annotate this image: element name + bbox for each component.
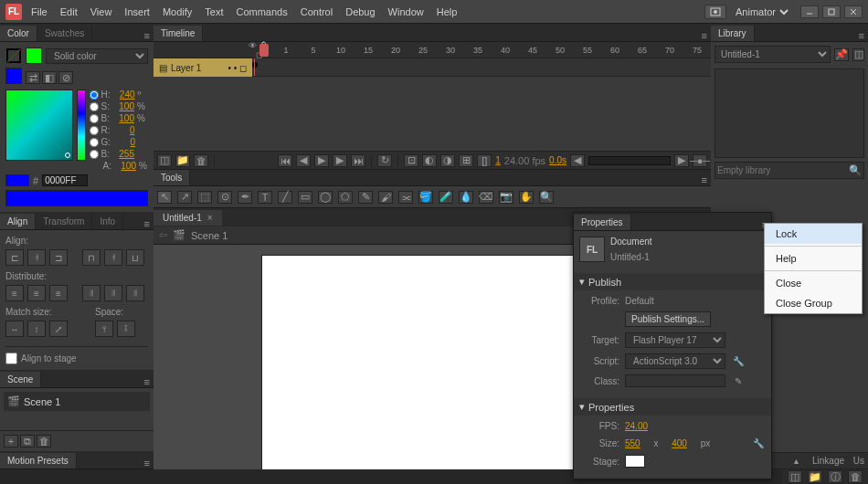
current-frame[interactable]: 1 [495, 155, 501, 165]
library-doc-select[interactable]: Untitled-1 [715, 46, 831, 63]
fill-type-select[interactable]: Solid color [46, 48, 148, 64]
color-panel-menu-icon[interactable]: ≡ [141, 30, 153, 41]
scene-panel-menu-icon[interactable]: ≡ [141, 376, 153, 387]
menu-text[interactable]: Text [205, 6, 223, 17]
size-settings-icon[interactable]: 🔧 [751, 437, 766, 449]
oval-tool-icon[interactable]: ◯ [318, 191, 333, 204]
subselection-tool-icon[interactable]: ↗ [177, 191, 192, 204]
play-icon[interactable]: ▶ [314, 154, 329, 167]
onion-skin-icon[interactable]: ◐ [422, 154, 437, 167]
align-bottom-icon[interactable]: ⊔ [126, 249, 144, 266]
motion-panel-menu-icon[interactable]: ≡ [141, 458, 153, 468]
tab-swatches[interactable]: Swatches [37, 26, 92, 41]
center-frame-icon[interactable]: ⊡ [404, 154, 418, 167]
loop-icon[interactable]: ↻ [377, 154, 392, 167]
radio-g[interactable] [90, 138, 99, 147]
class-input[interactable] [625, 374, 725, 387]
edit-multi-icon[interactable]: ⊞ [459, 154, 473, 167]
maximize-button[interactable] [822, 5, 841, 18]
tab-align[interactable]: Align [0, 214, 36, 229]
scroll-left-icon[interactable]: ◀ [570, 154, 585, 167]
fill-color-chip[interactable] [26, 47, 42, 64]
menu-help[interactable]: Help [437, 6, 458, 17]
value-a[interactable]: 100 [114, 161, 136, 171]
library-search-input[interactable] [717, 165, 849, 175]
eyedropper-tool-icon[interactable]: 💧 [459, 191, 473, 204]
document-tab[interactable]: Untitled-1 × [153, 210, 222, 226]
height-value[interactable]: 400 [672, 438, 687, 448]
dist-bottom-icon[interactable]: ≡ [49, 285, 68, 301]
dist-right-icon[interactable]: ⫴ [126, 285, 144, 301]
properties-lib-icon[interactable]: ⓘ [828, 470, 842, 483]
ctx-close[interactable]: Close [765, 273, 862, 293]
dist-top-icon[interactable]: ≡ [5, 285, 24, 301]
delete-lib-icon[interactable]: 🗑 [848, 470, 863, 483]
lasso-tool-icon[interactable]: ⊙ [217, 191, 232, 204]
menu-view[interactable]: View [90, 6, 112, 17]
align-to-stage-checkbox[interactable] [5, 352, 17, 364]
camera-tool-icon[interactable]: 📷 [499, 191, 513, 204]
menu-file[interactable]: File [31, 6, 48, 17]
align-left-icon[interactable]: ⊏ [5, 249, 24, 266]
free-transform-tool-icon[interactable]: ⬚ [197, 191, 212, 204]
no-color-icon[interactable]: ⊘ [58, 71, 73, 84]
tab-transform[interactable]: Transform [36, 214, 92, 229]
close-tab-icon[interactable]: × [207, 213, 213, 223]
menu-control[interactable]: Control [301, 6, 333, 17]
tab-library[interactable]: Library [711, 26, 755, 41]
paint-bucket-tool-icon[interactable]: 🪣 [418, 191, 433, 204]
match-height-icon[interactable]: ↕ [27, 321, 46, 337]
secondary-color-chip[interactable] [5, 68, 22, 84]
swap-colors-icon[interactable]: ⇄ [26, 71, 40, 84]
tab-color[interactable]: Color [0, 26, 37, 41]
fps-value[interactable]: 24.00 [625, 421, 648, 431]
radio-r[interactable] [90, 126, 99, 135]
value-g[interactable]: 0 [113, 137, 135, 147]
new-symbol-icon[interactable]: ◫ [788, 470, 802, 483]
space-v-icon[interactable]: ⫯ [95, 321, 113, 337]
publish-settings-button[interactable]: Publish Settings... [625, 311, 711, 327]
color-picker-field[interactable] [5, 89, 73, 161]
ink-bottle-tool-icon[interactable]: 🧪 [439, 191, 453, 204]
step-fwd-icon[interactable]: ▶ [333, 154, 347, 167]
edit-class-icon[interactable]: ✎ [731, 374, 746, 387]
dist-vcenter-icon[interactable]: ≡ [27, 285, 46, 301]
match-both-icon[interactable]: ⤢ [49, 321, 68, 337]
radio-h[interactable] [90, 90, 99, 100]
stage-canvas[interactable] [262, 256, 602, 469]
stroke-color-icon[interactable] [5, 47, 22, 64]
scene-breadcrumb[interactable]: Scene 1 [191, 230, 228, 241]
menu-window[interactable]: Window [388, 6, 424, 17]
dist-left-icon[interactable]: ⫴ [82, 285, 101, 301]
pen-tool-icon[interactable]: ✒ [238, 191, 252, 204]
value-h[interactable]: 240 [113, 89, 135, 100]
text-tool-icon[interactable]: T [258, 191, 272, 204]
zoom-slider-icon[interactable]: ─●─ [693, 154, 707, 167]
brush-tool-icon[interactable]: 🖌 [378, 191, 393, 204]
new-folder-icon[interactable]: 📁 [175, 154, 190, 167]
minimize-button[interactable] [800, 5, 819, 18]
timeline-frames[interactable] [252, 58, 711, 77]
align-top-icon[interactable]: ⊓ [82, 249, 101, 266]
keyframe-icon[interactable] [252, 62, 258, 68]
onion-outline-icon[interactable]: ◑ [440, 154, 455, 167]
tab-timeline[interactable]: Timeline [153, 26, 203, 41]
timeline-ruler[interactable]: 👁 🔒 ◻ 1 5 10 15 20 25 30 35 40 45 50 55 … [259, 42, 711, 58]
align-hcenter-icon[interactable]: ⫲ [27, 249, 46, 266]
pencil-tool-icon[interactable]: ✎ [358, 191, 373, 204]
ctx-close-group[interactable]: Close Group [765, 293, 862, 313]
playhead-icon[interactable] [259, 44, 269, 57]
delete-scene-icon[interactable]: 🗑 [37, 435, 51, 447]
radio-b2[interactable] [90, 150, 99, 159]
value-b2[interactable]: 255 [112, 149, 134, 159]
back-icon[interactable]: ⇦ [159, 229, 167, 241]
space-h-icon[interactable]: ⫱ [117, 321, 135, 337]
hand-tool-icon[interactable]: ✋ [519, 191, 534, 204]
align-vcenter-icon[interactable]: ⫲ [104, 249, 122, 266]
value-r[interactable]: 0 [113, 125, 135, 135]
target-select[interactable]: Flash Player 17 [625, 332, 725, 348]
timeline-panel-menu-icon[interactable]: ≡ [698, 30, 711, 41]
menu-modify[interactable]: Modify [163, 6, 192, 17]
goto-first-icon[interactable]: ⏮ [278, 154, 292, 167]
hex-input[interactable] [42, 174, 88, 186]
